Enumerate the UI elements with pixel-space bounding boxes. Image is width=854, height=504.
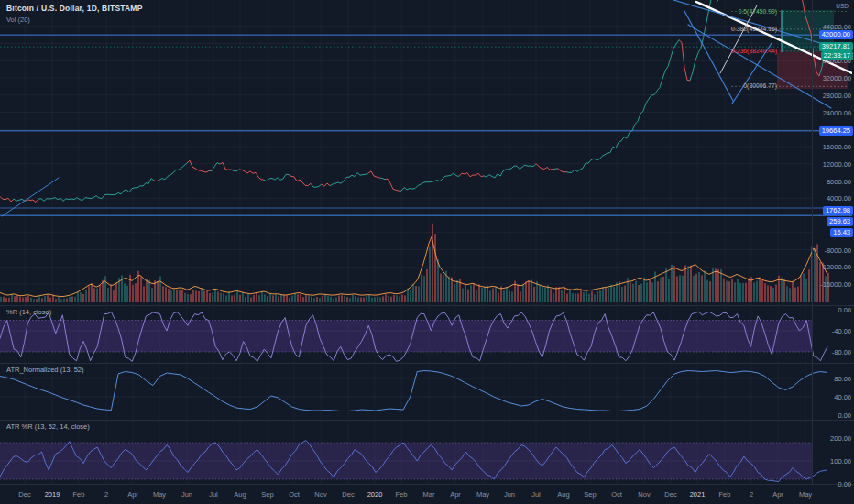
price-axis-label: 28000.00 <box>823 91 851 99</box>
volume-indicator-legend[interactable]: Vol (20) <box>6 16 143 24</box>
price-axis-label: 4000.00 <box>827 194 851 203</box>
time-axis-year-label: 2019 <box>45 490 60 499</box>
time-axis-month-label: Dec <box>18 490 30 499</box>
atrwpr-axis-label: 100.00 <box>830 457 851 466</box>
price-axis-label: 32000.00 <box>823 74 851 82</box>
time-axis-month-label: 2 <box>750 490 753 499</box>
atrn-axis-label: 40.00 <box>834 393 851 401</box>
wpr-axis-label: -80.00 <box>832 348 851 356</box>
price-axis-label: 16000.00 <box>823 143 851 151</box>
atrn-axis-label: 80.00 <box>834 375 851 383</box>
wpr-axis-label: -40.00 <box>832 327 851 335</box>
time-axis-month-label: May <box>153 490 166 499</box>
time-axis-month-label: Jul <box>531 490 541 499</box>
time-axis-month-label: Jul <box>209 490 218 499</box>
time-axis-month-label: Sep <box>584 490 596 499</box>
time-axis-month-label: Aug <box>557 490 569 499</box>
wpr-axis-label: 0.00 <box>838 306 851 314</box>
trendline[interactable] <box>684 11 733 101</box>
chart-app: Bitcoin / U.S. Dollar, 1D, BITSTAMP Vol … <box>0 0 854 504</box>
time-axis-month-label: Jun <box>504 490 515 499</box>
time-axis-month-label: Apr <box>127 490 138 499</box>
time-axis-month-label: Nov <box>638 490 650 499</box>
time-axis-month-label: Oct <box>289 490 300 499</box>
atrwpr-axis-label: 0.00 <box>838 480 851 488</box>
gridlines <box>0 0 812 484</box>
fib-level-label[interactable]: 0.5(47450.99) <box>739 7 777 14</box>
time-axis-month-label: Mar <box>423 490 435 499</box>
time-axis-month-label: Apr <box>772 490 783 499</box>
time-axis-month-label: Dec <box>664 490 676 499</box>
price-axis-label: 8000.00 <box>827 177 851 185</box>
price-level-label[interactable]: 42000.00 <box>819 30 853 39</box>
price-level-label[interactable]: 259.63 <box>827 217 853 226</box>
atr-normalized-series <box>0 371 827 411</box>
time-axis-month-label: Aug <box>234 490 246 499</box>
chart-canvas[interactable] <box>0 0 854 504</box>
time-axis-year-label: 2021 <box>690 490 706 499</box>
bar-countdown-label: 22:33:17 <box>821 51 853 60</box>
time-axis-year-label: 2020 <box>367 490 383 499</box>
wpr-band <box>0 321 812 353</box>
price-series-down <box>0 0 819 202</box>
atr-normalized-pane-title[interactable]: ATR_Normalized (13, 52) <box>6 366 83 374</box>
atrn-axis-label: 0.00 <box>838 411 851 420</box>
time-axis-month-label: Apr <box>450 490 461 499</box>
price-axis-label: -8000.00 <box>824 246 851 254</box>
price-axis-label: 44000.00 <box>823 22 851 30</box>
price-axis-label: -16000.00 <box>820 280 851 289</box>
fib-level-label[interactable]: 0.236(38240.44) <box>731 47 777 53</box>
time-axis-month-label: Feb <box>396 490 408 499</box>
trendline[interactable] <box>2 178 59 216</box>
symbol-title[interactable]: Bitcoin / U.S. Dollar, 1D, BITSTAMP <box>6 4 143 13</box>
wpr-pane-title[interactable]: %R (14, close) <box>6 308 51 316</box>
symbol-legend-block: Bitcoin / U.S. Dollar, 1D, BITSTAMP Vol … <box>6 4 143 24</box>
price-axis-label: 24000.00 <box>823 108 851 116</box>
time-axis-month-label: Nov <box>314 490 326 499</box>
volume-histogram <box>0 224 829 302</box>
time-axis-month-label: Jun <box>181 490 192 499</box>
price-level-label[interactable]: 1762.98 <box>823 206 853 215</box>
price-level-label[interactable]: 19664.25 <box>819 126 853 136</box>
atrwpr-axis-label: 200.00 <box>830 434 851 443</box>
time-axis-month-label: Dec <box>342 490 354 499</box>
fib-level-label[interactable]: 0(30006.77) <box>743 82 777 89</box>
time-axis-month-label: May <box>799 490 812 499</box>
price-axis-label: -12000.00 <box>820 263 851 271</box>
atr-wpr-pane-title[interactable]: ATR %R (13, 52, 14, close) <box>6 422 90 431</box>
time-axis-month-label: Feb <box>73 490 85 499</box>
atr-normalized-series-line <box>0 371 827 411</box>
last-price-label: 39217.81 <box>819 42 853 51</box>
time-axis-month-label: Feb <box>719 490 731 499</box>
price-series-up <box>14 0 827 201</box>
price-level-label[interactable]: 16.43 <box>830 228 853 237</box>
time-axis-month-label: 2 <box>104 490 108 499</box>
time-axis-month-label: Oct <box>611 490 622 499</box>
price-axis-label: 12000.00 <box>823 159 851 168</box>
time-axis-month-label: Sep <box>261 490 273 499</box>
currency-button[interactable]: USD <box>836 3 849 9</box>
fib-level-label[interactable]: 0.382(43334.16) <box>731 25 777 31</box>
time-axis-month-label: May <box>476 490 489 499</box>
